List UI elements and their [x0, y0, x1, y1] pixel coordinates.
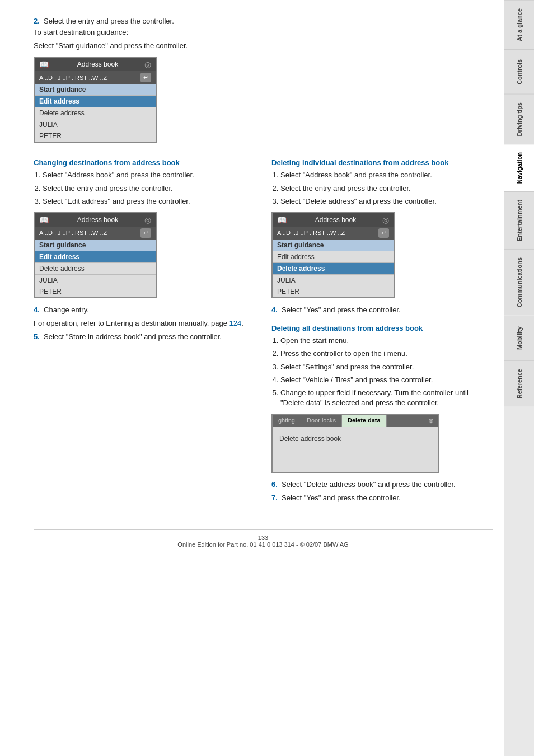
address-widget-2: 📖 Address book ◎ A ..D ..J ..P ..RST ..W… — [34, 212, 157, 298]
changing-step4-sub: For operation, refer to Entering a desti… — [34, 318, 255, 328]
corner-icon-2: ◎ — [144, 215, 151, 224]
changing-step-2: Select the entry and press the controlle… — [43, 184, 255, 194]
widget1-title: Address book — [77, 60, 118, 68]
del-all-step6-num: 6. — [271, 480, 278, 489]
del-all-step6: 6. Select "Delete address book" and pres… — [271, 480, 493, 490]
delete-tab-icon: ⊕ — [424, 415, 438, 427]
changing-step-3: Select "Edit address" and press the cont… — [43, 196, 255, 206]
widget3-item-1[interactable]: Edit address — [273, 251, 394, 263]
widget1-enter-icon: ↵ — [140, 73, 151, 82]
section-changing-heading: Changing destinations from address book — [34, 158, 255, 167]
delete-tab-deletedata[interactable]: Delete data — [342, 415, 387, 427]
del-all-step-5: Change to upper field if necessary. Turn… — [280, 388, 493, 408]
sidebar-tab-reference[interactable]: Reference — [504, 360, 534, 406]
section-deleting-individual-heading: Deleting individual destinations from ad… — [271, 158, 493, 167]
step5-num: 5. — [34, 332, 40, 341]
changing-steps: Select "Address book" and press the cont… — [43, 170, 255, 206]
step4-sub1: For operation, refer to Entering a desti… — [34, 319, 229, 327]
widget3-title: Address book — [315, 216, 356, 224]
deleting-individual-steps: Select "Address book" and press the cont… — [280, 170, 493, 206]
del-all-step7-text: Select "Yes" and press the controller. — [282, 494, 401, 502]
del-ind-step-1: Select "Address book" and press the cont… — [280, 170, 493, 180]
widget2-menu: Start guidance Edit address Delete addre… — [35, 240, 156, 297]
widget1-name-0: JULIA — [35, 119, 156, 130]
changing-step4: 4. Change entry. — [34, 305, 255, 315]
book-icon-3: 📖 — [277, 215, 287, 224]
del-all-step7: 7. Select "Yes" and press the controller… — [271, 493, 493, 503]
step4-text: Change entry. — [44, 306, 89, 314]
step2-text: Select the entry and press the controlle… — [44, 17, 174, 25]
sidebar-tab-mobility[interactable]: Mobility — [504, 316, 534, 360]
sidebar-tab-driving-tips[interactable]: Driving tips — [504, 94, 534, 144]
del-ind-step4-text: Select "Yes" and press the controller. — [282, 306, 401, 314]
book-icon-1: 📖 — [39, 60, 49, 69]
delete-tab-doorlocks[interactable]: Door locks — [301, 415, 342, 427]
del-all-step6-text: Select "Delete address book" and press t… — [282, 480, 456, 489]
address-widget-1: 📖 Address book ◎ A ..D ..J ..P ..RST ..W… — [34, 57, 157, 143]
left-column: Changing destinations from address book … — [34, 149, 255, 506]
widget1-alphabet: A ..D ..J ..P ..RST ..W ..Z ↵ — [35, 71, 156, 84]
delete-tab-ghting[interactable]: ghting — [273, 415, 301, 427]
main-content: 2. Select the entry and press the contro… — [0, 0, 504, 756]
widget2-name-0: JULIA — [35, 275, 156, 286]
delete-address-book-item[interactable]: Delete address book — [279, 433, 432, 445]
book-icon-2: 📖 — [39, 215, 49, 224]
del-ind-step-3: Select "Delete address" and press the co… — [280, 196, 493, 206]
widget3-item-0[interactable]: Start guidance — [273, 240, 394, 251]
widget3-alphabet: A ..D ..J ..P ..RST ..W ..Z ↵ — [273, 227, 394, 240]
step4-sub2: . — [241, 319, 243, 327]
widget3-enter-icon: ↵ — [378, 228, 389, 238]
footer: 133 Online Edition for Part no. 01 41 0 … — [34, 529, 493, 548]
del-all-step7-num: 7. — [271, 494, 278, 502]
right-column: Deleting individual destinations from ad… — [271, 149, 493, 506]
del-ind-step4: 4. Select "Yes" and press the controller… — [271, 305, 493, 315]
step5-text: Select "Store in address book" and press… — [44, 332, 222, 341]
widget2-enter-icon: ↵ — [140, 228, 151, 238]
section-deleting-all-heading: Deleting all destinations from address b… — [271, 324, 493, 332]
widget1-item-1[interactable]: Edit address — [35, 96, 156, 107]
widget2-name-1: PETER — [35, 286, 156, 297]
corner-icon-1: ◎ — [144, 60, 151, 69]
step4-link[interactable]: 124 — [229, 319, 242, 327]
sidebar-tab-entertainment[interactable]: Entertainment — [504, 191, 534, 249]
sidebar-tab-communications[interactable]: Communications — [504, 249, 534, 315]
widget2-item-0[interactable]: Start guidance — [35, 240, 156, 251]
widget2-title: Address book — [77, 216, 118, 224]
del-all-step-2: Press the controller to open the i menu. — [280, 349, 493, 359]
widget2-alphabet-text: A ..D ..J ..P ..RST ..W ..Z — [39, 229, 107, 236]
del-all-step-4: Select "Vehicle / Tires" and press the c… — [280, 375, 493, 385]
sidebar-tab-navigation[interactable]: Navigation — [504, 144, 534, 191]
delete-widget: ghting Door locks Delete data ⊕ Delete a… — [271, 414, 439, 473]
sidebar-tab-at-a-glance[interactable]: At a glance — [504, 0, 534, 49]
page-number: 133 — [258, 534, 268, 541]
widget1-item-0[interactable]: Start guidance — [35, 84, 156, 96]
corner-icon-3: ◎ — [382, 215, 389, 224]
widget2-header: 📖 Address book ◎ — [35, 213, 156, 227]
intro-step2: 2. Select the entry and press the contro… — [34, 17, 493, 25]
widget2-alphabet: A ..D ..J ..P ..RST ..W ..Z ↵ — [35, 227, 156, 240]
widget3-name-0: JULIA — [273, 275, 394, 286]
del-ind-step4-num: 4. — [271, 306, 278, 314]
copyright-text: Online Edition for Part no. 01 41 0 013 … — [177, 541, 348, 548]
guidance-label: To start destination guidance: — [34, 27, 493, 37]
widget3-header: 📖 Address book ◎ — [273, 213, 394, 227]
sidebar: At a glance Controls Driving tips Naviga… — [504, 0, 534, 756]
widget1-header: 📖 Address book ◎ — [35, 58, 156, 71]
del-all-step-1: Open the start menu. — [280, 336, 493, 346]
changing-step5: 5. Select "Store in address book" and pr… — [34, 332, 255, 342]
widget1-name-1: PETER — [35, 130, 156, 142]
two-col-layout: Changing destinations from address book … — [34, 149, 493, 506]
delete-widget-tabs: ghting Door locks Delete data ⊕ — [273, 415, 438, 427]
widget2-item-1[interactable]: Edit address — [35, 251, 156, 263]
widget1-item-2[interactable]: Delete address — [35, 107, 156, 119]
guidance-text: Select "Start guidance" and press the co… — [34, 41, 493, 51]
deleting-all-steps: Open the start menu. Press the controlle… — [280, 336, 493, 408]
sidebar-tab-controls[interactable]: Controls — [504, 49, 534, 94]
widget3-item-2[interactable]: Delete address — [273, 263, 394, 275]
widget1-menu: Start guidance Edit address Delete addre… — [35, 84, 156, 142]
changing-step-1: Select "Address book" and press the cont… — [43, 170, 255, 180]
step2-number: 2. — [34, 17, 40, 25]
del-ind-step-2: Select the entry and press the controlle… — [280, 184, 493, 194]
widget2-item-2[interactable]: Delete address — [35, 263, 156, 275]
delete-widget-body: Delete address book — [273, 427, 438, 472]
